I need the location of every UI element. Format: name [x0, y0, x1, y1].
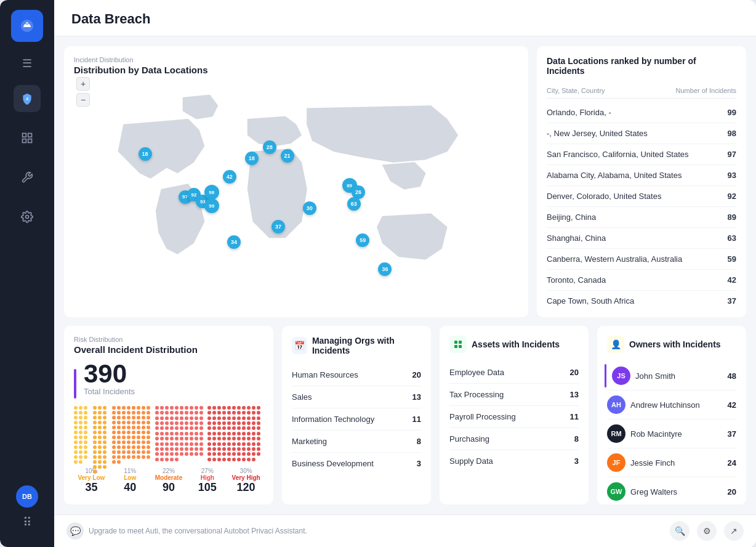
share-button[interactable]: ↗: [724, 521, 744, 541]
owner-row: RM Rob Macintyre 37: [607, 419, 736, 448]
user-avatar[interactable]: DB: [16, 485, 38, 508]
rankings-header: City, State, Country Number of Incidents: [547, 83, 736, 99]
owner-row: JF Jessie Finch 24: [607, 448, 736, 477]
owner-name: Andrew Hutchinson: [630, 400, 700, 410]
map-pin[interactable]: 99: [204, 198, 219, 213]
map-pin[interactable]: 21: [281, 149, 294, 163]
ranking-location: Cape Town, South Africa: [547, 296, 634, 306]
owner-count: 20: [728, 487, 736, 496]
map-title: Distribution by Data Locations: [74, 65, 518, 75]
risk-title: Overall Incident Distribution: [74, 344, 263, 355]
menu-icon[interactable]: ☰: [22, 57, 32, 70]
risk-label: Moderate: [151, 474, 187, 481]
owner-count: 48: [728, 371, 736, 381]
orgs-row: Marketing 8: [292, 431, 421, 453]
owner-info: JS John Smith: [612, 367, 675, 385]
owner-row: GW Greg Walters 20: [607, 477, 736, 504]
more-icon[interactable]: ⠿: [23, 515, 32, 530]
assets-row-count: 13: [570, 390, 579, 399]
bottom-bar: 💬 Upgrade to meet Auti, the conversation…: [54, 514, 756, 547]
risk-label: High: [190, 474, 225, 481]
assets-row-label: Purchasing: [449, 434, 489, 444]
ranking-count: 99: [728, 108, 736, 117]
owner-name: John Smith: [635, 371, 675, 381]
orgs-row-label: Human Resources: [292, 370, 358, 379]
owner-avatar: JS: [612, 367, 630, 385]
risk-pct: 27%: [190, 468, 225, 474]
ranking-count: 93: [728, 171, 736, 180]
map-pin[interactable]: 28: [263, 140, 276, 154]
owner-info: GW Greg Walters: [607, 482, 677, 501]
col-location-header: City, State, Country: [547, 87, 605, 94]
map-pin[interactable]: 30: [303, 201, 316, 215]
ranking-location: Toronto, Canada: [547, 275, 606, 285]
nav-item-settings[interactable]: [14, 203, 41, 230]
assets-row: Supply Data 3: [449, 450, 579, 472]
nav-item-tool[interactable]: [14, 164, 41, 191]
assets-panel: Assets with Incidents Employee Data 20 T…: [440, 326, 589, 504]
assets-icon: [449, 336, 467, 353]
dot-group-very-low: [74, 406, 92, 461]
assets-row-count: 20: [570, 368, 579, 377]
risk-border-accent: [74, 369, 76, 399]
sidebar: ☰ 4 DB ⠿: [0, 0, 54, 547]
page-header: Data Breach: [54, 0, 756, 36]
dot-group-high: [155, 406, 206, 461]
owners-panel: 👤 Owners with Incidents JS John Smith 48…: [597, 326, 746, 504]
owner-accent-bar: [605, 364, 606, 387]
orgs-row-count: 3: [417, 459, 421, 468]
chat-hint: 💬 Upgrade to meet Auti, the conversation…: [66, 522, 307, 540]
assets-panel-title: Assets with Incidents: [472, 339, 560, 349]
map-pin[interactable]: 18: [245, 152, 259, 165]
orgs-panel: 📅 Managing Orgs with Incidents Human Res…: [282, 326, 431, 504]
nav-item-shield[interactable]: 4: [14, 85, 41, 112]
orgs-row-label: Sales: [292, 392, 312, 402]
app-logo[interactable]: [11, 10, 43, 42]
ranking-row: -, New Jersey, United States 98: [547, 123, 736, 144]
risk-count: 40: [113, 481, 148, 494]
owner-row: AH Andrew Hutchinson 42: [607, 391, 736, 419]
sidebar-nav: 4: [14, 85, 41, 485]
map-pin[interactable]: 42: [223, 170, 236, 184]
search-button[interactable]: 🔍: [670, 521, 690, 541]
map-pin[interactable]: 98: [204, 185, 219, 200]
orgs-list: Human Resources 20 Sales 13 Information …: [292, 364, 421, 474]
risk-panel: Risk Distribution Overall Incident Distr…: [64, 326, 273, 504]
rankings-title: Data Locations ranked by number of Incid…: [547, 56, 736, 76]
orgs-row-count: 13: [412, 392, 421, 402]
map-pin[interactable]: 34: [227, 235, 241, 249]
map-pin[interactable]: 36: [378, 262, 392, 276]
orgs-row-label: Business Development: [292, 459, 374, 468]
ranking-location: Canberra, Western Australia, Australia: [547, 254, 682, 264]
map-pin[interactable]: 63: [347, 197, 361, 211]
owner-avatar: AH: [607, 395, 625, 414]
owner-count: 24: [728, 458, 736, 468]
assets-row-label: Tax Processing: [449, 390, 504, 399]
owner-name: Greg Walters: [630, 487, 677, 496]
map-pin[interactable]: 59: [356, 233, 369, 247]
risk-count: 35: [74, 481, 109, 494]
risk-item-low: 11% Low 40: [113, 468, 148, 494]
bottom-actions: 🔍 ⚙ ↗: [670, 521, 744, 541]
top-section: Incident Distribution Distribution by Da…: [64, 46, 746, 317]
owner-row: JS John Smith 48: [607, 362, 736, 391]
ranking-location: Orlando, Florida, -: [547, 108, 611, 117]
nav-item-grid[interactable]: [14, 124, 41, 152]
map-pin[interactable]: 18: [139, 147, 152, 161]
risk-label: Very High: [228, 474, 263, 481]
orgs-row: Business Development 3: [292, 453, 421, 474]
bottom-section: Risk Distribution Overall Incident Distr…: [64, 326, 746, 504]
risk-item-very-low: 10% Very Low 35: [74, 468, 109, 494]
map-pin[interactable]: 37: [271, 220, 285, 233]
ranking-row: Beijing, China 89: [547, 207, 736, 228]
svg-rect-10: [459, 345, 462, 348]
risk-item-high: 27% High 105: [190, 468, 225, 494]
dot-group-very-high: [207, 406, 263, 461]
ranking-count: 42: [728, 275, 736, 285]
orgs-row-count: 11: [412, 415, 421, 424]
filter-button[interactable]: ⚙: [697, 521, 717, 541]
owner-info: RM Rob Macintyre: [607, 424, 682, 443]
ranking-row: Toronto, Canada 42: [547, 270, 736, 291]
page-title: Data Breach: [71, 11, 739, 27]
risk-pct: 30%: [228, 468, 263, 474]
